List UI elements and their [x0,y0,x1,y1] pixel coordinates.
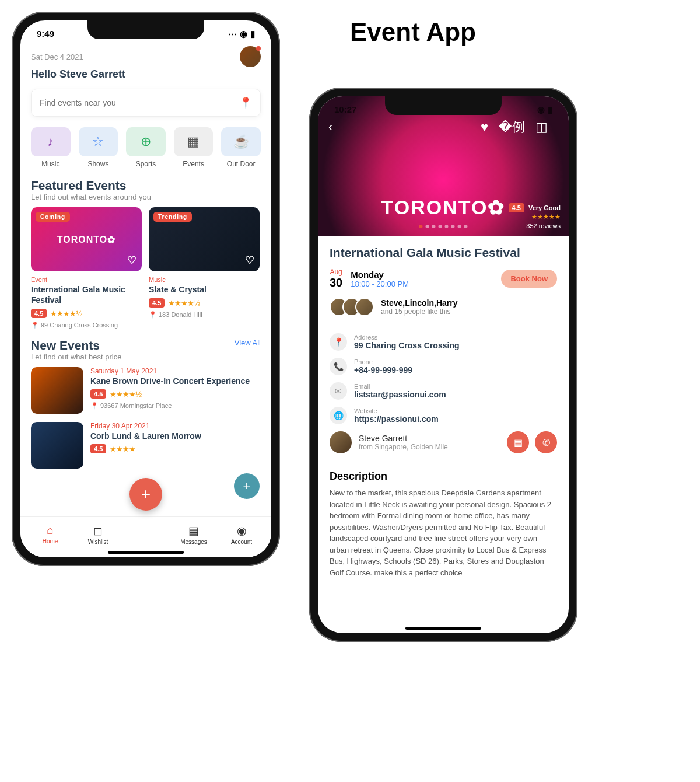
view-all-link[interactable]: View All [235,338,261,347]
wifi-icon: ◉ [537,104,545,115]
greeting: Hello Steve Garrett [31,68,261,81]
phone-icon: 📞 [330,358,347,375]
info-value: +84-99-999-999 [354,365,412,375]
category-label: Music [31,160,71,168]
call-button[interactable]: ✆ [535,431,557,453]
stars-icon: ★★★★½ [168,299,200,308]
status-icons: ◉ ▮ [537,104,552,115]
new-event-title: Corb Lund & Lauren Morrow [90,431,261,441]
website-icon: 🌐 [330,407,347,424]
info-value: liststar@passionui.com [354,390,446,399]
tab-label: Messages [180,539,207,545]
rating-badge: 4.5 [90,389,106,399]
home-icon: ⌂ [33,524,68,537]
description-text: New to the market, this spacious Deepdal… [330,487,557,578]
category-icon: ⊕ [126,127,166,156]
event-card[interactable]: Coming TORONTO✿ ♡ Event International Ga… [31,207,142,329]
organizer-avatar[interactable] [330,431,352,453]
status-time: 9:49 [37,29,54,39]
message-button[interactable]: ▤ [507,431,529,453]
phone-home: 9:49 ⋯ ◉ ▮ Sat Dec 4 2021 Hello Steve Ga… [12,12,280,566]
user-avatar[interactable] [240,46,261,67]
event-title: Slate & Crystal [149,284,260,295]
category-item[interactable]: ♪ Music [31,127,71,168]
category-item[interactable]: ☆ Shows [79,127,118,168]
category-icon: ▦ [174,127,214,156]
tab-wishlist[interactable]: ◻ Wishlist [80,524,116,545]
event-card[interactable]: Trending ♡ Music Slate & Crystal 4.5★★★★… [149,207,260,329]
event-location: 📍99 Charing Cross Crossing [31,322,142,329]
pin-icon: 📍 [149,311,157,318]
pin-icon: 📍 [90,402,99,409]
category-item[interactable]: ▦ Events [174,127,214,168]
stars-icon: ★★★★½ [110,390,141,399]
organizer-from: from Singapore, Golden Mile [359,443,448,451]
event-category: Music [149,276,260,283]
messages-icon: ▤ [176,524,211,537]
location-icon[interactable]: 📍 [239,96,252,109]
status-time: 10:27 [334,104,356,115]
tab-messages[interactable]: ▤ Messages [176,524,211,545]
likers-more: and 15 people like this [381,308,458,316]
event-title: International Gala Music Festival [31,284,142,305]
hero-text: TORONTO✿ [382,196,506,219]
stars-icon: ★★★★½ [50,309,82,318]
category-item[interactable]: ⊕ Sports [126,127,166,168]
info-row-address[interactable]: 📍 Address 99 Charing Cross Crossing [330,333,557,351]
carousel-dots[interactable] [419,225,468,228]
current-date: Sat Dec 4 2021 [31,53,83,61]
category-item[interactable]: ☕ Out Door [221,127,261,168]
new-event-item[interactable]: Saturday 1 May 2021 Kane Brown Drive-In … [31,367,261,414]
search-input[interactable] [40,98,239,107]
rating-badge: 4.5 [90,444,106,453]
category-label: Shows [79,160,118,168]
event-card-image: Coming TORONTO✿ ♡ [31,207,142,271]
battery-icon: ▮ [250,29,255,39]
fab-secondary[interactable]: + [234,473,260,499]
tab-home[interactable]: ⌂ Home [33,524,68,544]
wishlist-icon: ◻ [80,524,116,537]
book-now-button[interactable]: Book Now [501,270,557,288]
email-icon: ✉ [330,382,347,400]
new-event-item[interactable]: Friday 30 Apr 2021 Corb Lund & Lauren Mo… [31,422,261,469]
new-event-title: Kane Brown Drive-In Concert Experience [90,376,261,386]
info-row-website[interactable]: 🌐 Website https://passionui.com [330,407,557,424]
new-event-image [31,367,83,414]
category-label: Sports [126,160,166,168]
tab-account[interactable]: ◉ Account [224,524,259,545]
status-icons: ⋯ ◉ ▮ [228,29,255,39]
battery-icon: ▮ [548,104,552,115]
info-label: Address [354,334,460,341]
info-row-phone[interactable]: 📞 Phone +84-99-999-999 [330,358,557,375]
event-title: International Gala Music Festival [330,246,557,260]
heart-icon[interactable]: ♡ [245,254,255,267]
new-events-heading: New Events [31,338,121,352]
gallery-icon[interactable]: ◫ [536,120,548,135]
new-event-location: 📍93667 Morningstar Place [90,402,261,410]
dots-icon: ⋯ [228,29,237,39]
likers-names: Steve,Lincoln,Harry [381,298,458,308]
featured-subtitle: Let find out what events around you [31,193,261,201]
featured-heading: Featured Events [31,179,261,193]
fab-add[interactable]: + [130,478,162,511]
organizer-name: Steve Garrett [359,434,448,443]
hero-rating: 4.5 Very Good ★★★★★ 352 reviews [509,204,561,231]
page-title: Event App [350,18,476,47]
rating-badge: 4.5 [149,298,164,308]
event-tag: Coming [36,212,70,222]
stars-icon: ★★★★ [110,445,135,453]
search-bar[interactable]: 📍 [31,89,261,117]
share-icon[interactable]: �例 [499,118,525,136]
back-icon[interactable]: ‹ [328,120,332,135]
favorite-icon[interactable]: ♥ [481,120,488,135]
tab-label: Home [43,538,58,544]
category-icon: ☆ [79,127,118,156]
likes-row[interactable]: Steve,Lincoln,Harry and 15 people like t… [330,298,557,316]
description-heading: Description [330,470,557,483]
tab-label: Account [231,539,252,545]
info-label: Email [354,383,446,390]
info-row-email[interactable]: ✉ Email liststar@passionui.com [330,382,557,400]
heart-icon[interactable]: ♡ [127,254,137,267]
pin-icon: 📍 [31,322,39,329]
event-category: Event [31,276,142,283]
